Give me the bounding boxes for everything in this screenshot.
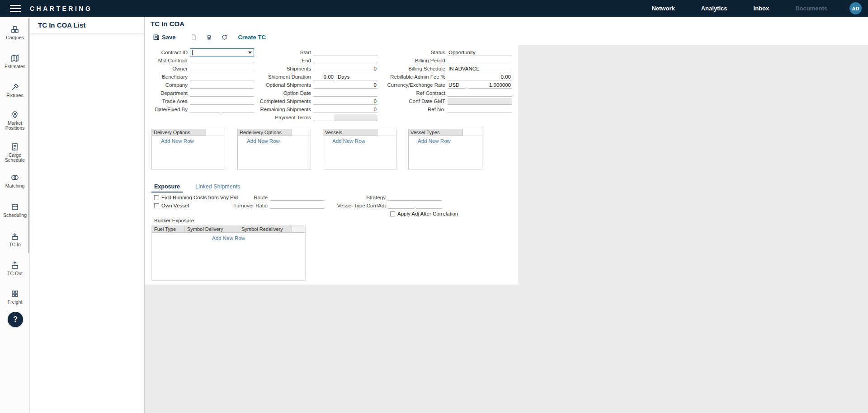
fixed-by-field[interactable]	[222, 106, 254, 113]
tab-linked-shipments[interactable]: Linked Shipments	[193, 183, 243, 192]
redelivery-options-grid: Redelivery Options Add New Row	[237, 129, 311, 169]
sidebar-item-fixtures[interactable]: Fixtures	[0, 83, 30, 98]
vessels-add-row-link[interactable]: Add New Row	[332, 138, 365, 144]
sidebar-item-matching[interactable]: Matching	[0, 173, 30, 188]
sidebar-item-scheduling[interactable]: Scheduling	[0, 202, 30, 218]
vessel-type-adj-field[interactable]	[416, 202, 442, 209]
field-label: Route	[226, 195, 268, 200]
vessel-types-grid: Vessel Types Add New Row	[408, 129, 482, 169]
conf-date-gmt-field	[448, 98, 512, 105]
bunker-exposure-title: Bunker Exposure	[154, 218, 194, 223]
form-row: Optional Shipments 0	[258, 81, 377, 89]
tc-out-icon	[0, 261, 30, 270]
department-field[interactable]	[190, 90, 254, 97]
create-tc-button[interactable]: Create TC	[238, 34, 265, 41]
sidebar-item-tc-out[interactable]: TC Out	[0, 261, 30, 276]
user-avatar[interactable]: AD	[849, 2, 862, 14]
nav-inbox[interactable]: Inbox	[754, 5, 769, 12]
field-label: Rebillable Admin Fee %	[387, 74, 445, 80]
sidebar-item-market-positions[interactable]: Market Positions	[0, 110, 30, 131]
toolbar: Save Create TC	[152, 31, 266, 43]
end-field[interactable]	[313, 57, 377, 64]
trade-area-field[interactable]	[190, 98, 254, 105]
form-row: Status Opportunity	[387, 48, 512, 56]
column-header-symbol-delivery: Symbol Delivery	[185, 226, 239, 233]
owner-field[interactable]	[190, 66, 254, 72]
form-column-3: Status Opportunity Billing Period Billin…	[387, 48, 512, 113]
route-field[interactable]	[270, 194, 324, 201]
optional-shipments-field[interactable]: 0	[313, 82, 377, 89]
field-label: Ref No.	[387, 107, 445, 112]
redelivery-options-add-row-link[interactable]: Add New Row	[247, 138, 280, 144]
sidebar-item-cargo-schedule[interactable]: Cargo Schedule	[0, 142, 30, 163]
option-date-field[interactable]	[313, 90, 377, 97]
bunker-table-header: Fuel Type Symbol Delivery Symbol Redeliv…	[152, 226, 305, 233]
shipment-duration-unit-field[interactable]: Days	[337, 74, 377, 80]
bunker-add-row-link[interactable]: Add New Row	[152, 235, 305, 241]
payment-terms-field[interactable]	[313, 114, 333, 121]
refresh-icon[interactable]	[221, 33, 228, 41]
nav-network[interactable]: Network	[651, 5, 675, 12]
rebillable-admin-fee-field[interactable]: 0.00	[448, 74, 512, 80]
grid-header: Redelivery Options	[238, 129, 292, 136]
form-row: Shipment Duration 0.00 Days	[258, 73, 377, 81]
ref-no-field[interactable]	[448, 106, 512, 113]
nav-analytics[interactable]: Analytics	[701, 5, 727, 12]
apply-adj-after-correlation-checkbox[interactable]	[390, 211, 395, 216]
own-vessel-checkbox[interactable]	[154, 203, 159, 208]
hamburger-menu-icon[interactable]	[10, 5, 21, 12]
date-field[interactable]	[190, 106, 220, 113]
top-bar: CHARTERING Network Analytics Inbox Docum…	[0, 0, 868, 17]
exchange-rate-field[interactable]: 1.000000	[468, 82, 512, 89]
save-button[interactable]: Save	[152, 33, 175, 41]
bunker-exposure-table: Fuel Type Symbol Delivery Symbol Redeliv…	[151, 225, 306, 281]
contract-id-combo[interactable]	[190, 48, 254, 56]
sidebar-item-tc-in[interactable]: TC In	[0, 232, 30, 247]
beneficiary-field[interactable]	[190, 74, 254, 80]
market-positions-icon	[0, 110, 30, 119]
nav-documents[interactable]: Documents	[795, 5, 827, 12]
checkbox-label: Own Vessel	[161, 203, 189, 208]
delivery-options-add-row-link[interactable]: Add New Row	[161, 138, 194, 144]
status-field[interactable]: Opportunity	[448, 49, 512, 56]
vessel-types-add-row-link[interactable]: Add New Row	[418, 138, 451, 144]
billing-period-field[interactable]	[448, 57, 512, 64]
form-row: Rebillable Admin Fee % 0.00	[387, 73, 512, 81]
grid-header: Vessel Types	[409, 129, 463, 136]
company-field[interactable]	[190, 82, 254, 89]
delivery-options-grid: Delivery Options Add New Row	[151, 129, 225, 169]
field-label: Remaining Shipments	[258, 107, 311, 112]
sidebar-item-freight[interactable]: Freight	[0, 289, 30, 305]
form-row: Currency/Exchange Rate USD 1.000000	[387, 81, 512, 89]
help-button[interactable]: ?	[8, 312, 23, 327]
payment-terms-desc-field[interactable]	[334, 114, 377, 121]
field-label: Completed Shipments	[258, 99, 311, 104]
vessel-type-corr-field[interactable]	[388, 202, 414, 209]
tab-exposure[interactable]: Exposure	[151, 183, 183, 192]
start-field[interactable]	[313, 49, 377, 56]
form-row: Contract ID	[145, 48, 254, 56]
sidebar-item-cargoes[interactable]: Cargoes	[0, 25, 30, 40]
billing-schedule-field[interactable]: IN ADVANCE	[448, 66, 512, 72]
field-label: Currency/Exchange Rate	[387, 82, 445, 88]
excl-running-costs-checkbox[interactable]	[154, 195, 159, 200]
completed-shipments-field[interactable]: 0	[313, 98, 377, 105]
detail-tabs: Exposure Linked Shipments	[151, 183, 243, 193]
shipments-field[interactable]: 0	[313, 66, 377, 72]
ref-contract-field[interactable]	[448, 90, 512, 97]
sidebar-scrollbar[interactable]	[28, 18, 29, 253]
strategy-field[interactable]	[388, 194, 442, 201]
field-label: Mst Contract	[145, 58, 188, 63]
field-label: Conf Date GMT	[387, 99, 445, 104]
field-label: Billing Schedule	[387, 66, 445, 71]
shipment-duration-field[interactable]: 0.00	[313, 74, 335, 80]
remaining-shipments-field[interactable]: 0	[313, 106, 377, 113]
turnover-ratio-field[interactable]	[270, 202, 324, 209]
field-label: Contract ID	[145, 50, 188, 55]
sidebar-item-estimates[interactable]: Estimates	[0, 54, 30, 69]
delete-trash-icon[interactable]	[205, 33, 212, 41]
copy-document-icon[interactable]	[190, 33, 197, 41]
currency-field[interactable]: USD	[448, 82, 466, 89]
mst-contract-field[interactable]	[190, 57, 254, 64]
save-icon	[152, 33, 160, 41]
